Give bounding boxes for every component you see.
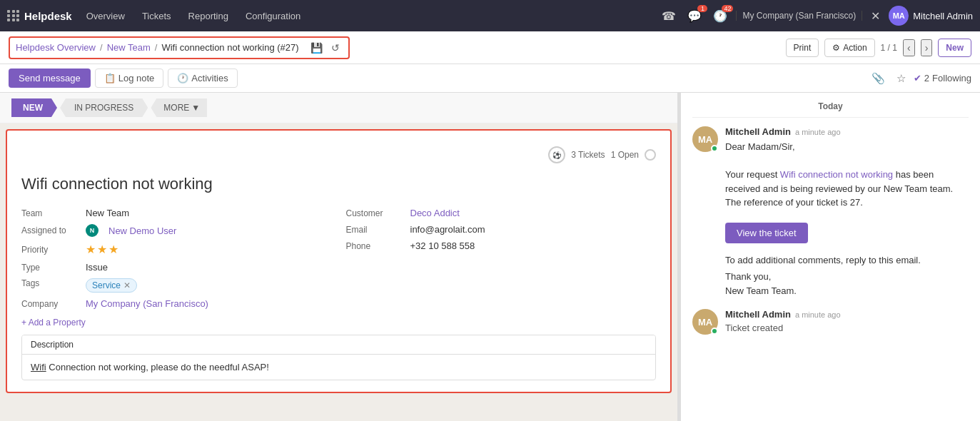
desc-text: Wifi Connection not working, please do t… [31, 362, 269, 372]
ticket-ball-icon: ⚽ [548, 146, 565, 163]
breadcrumb-home[interactable]: Helpdesk Overview [16, 42, 96, 53]
log-note-label: Log note [118, 73, 155, 83]
record-counter: 1 / 1 [881, 43, 897, 53]
user-menu[interactable]: MA Mitchell Admin [889, 6, 973, 26]
tag-service[interactable]: Service ✕ [86, 278, 137, 293]
followers-count: 2 [924, 73, 929, 83]
prev-record-btn[interactable]: ‹ [903, 39, 915, 56]
description-tab-header[interactable]: Description [22, 335, 655, 355]
following-label: Following [932, 73, 971, 83]
followers-button[interactable]: ✔ 2 Following [914, 73, 971, 83]
tickets-summary: ⚽ 3 Tickets 1 Open [21, 142, 656, 168]
activities-label: Activities [191, 73, 228, 83]
phone-icon-btn[interactable]: ☎ [659, 6, 679, 26]
open-count: 1 Open [611, 150, 639, 160]
more-label: MORE [163, 103, 189, 113]
log-item-1: MA Mitchell Admin a minute ago Ticket cr… [692, 309, 969, 335]
tickets-count: 3 Tickets [571, 150, 605, 160]
nav-reporting[interactable]: Reporting [181, 6, 236, 26]
action-button[interactable]: ⚙ Action [824, 39, 874, 57]
company-value[interactable]: My Company (San Francisco) [86, 298, 208, 309]
assigned-value[interactable]: New Demo User [108, 225, 176, 236]
status-in-progress[interactable]: IN PROGRESS [60, 98, 148, 117]
app-logo[interactable]: Helpdesk [7, 10, 72, 22]
customer-field: Customer Deco Addict [346, 208, 657, 218]
user-avatar: MA [889, 6, 909, 26]
save-icon[interactable]: 💾 [308, 41, 325, 55]
star-icon[interactable]: ☆ [893, 70, 909, 87]
breadcrumb-box: Helpdesk Overview / New Team / Wifi conn… [9, 36, 350, 59]
tag-remove-icon[interactable]: ✕ [123, 280, 131, 290]
field-group-left: Team New Team Assigned to N New Demo Use… [21, 208, 332, 309]
online-indicator [711, 145, 718, 152]
msg-body-before: Your request [725, 169, 780, 180]
chat-icon-btn[interactable]: 💬 1 [685, 6, 704, 26]
type-label: Type [21, 263, 79, 273]
clock-icon-btn[interactable]: 🕐 42 [710, 6, 730, 26]
action-toolbar: Send message 📋 Log note 🕐 Activities 📎 ☆… [0, 64, 980, 93]
message-item-1: MA Mitchell Admin a minute ago Dear Mada… [692, 126, 969, 298]
add-property-btn[interactable]: + Add a Property [21, 318, 656, 328]
msg-body-link[interactable]: Wifi connection not working [780, 169, 893, 180]
star-3[interactable]: ★ [108, 243, 118, 256]
log-header: Mitchell Admin a minute ago [725, 309, 841, 320]
msg-body-1: Mitchell Admin a minute ago Dear Madam/S… [725, 126, 969, 298]
customer-label: Customer [346, 208, 403, 218]
attachment-icon[interactable]: 📎 [868, 70, 889, 87]
left-panel: NEW IN PROGRESS MORE ▼ ⚽ 3 Tickets 1 Ope… [0, 93, 677, 421]
next-record-btn[interactable]: › [921, 39, 933, 56]
team-value[interactable]: New Team [86, 208, 129, 218]
app-name: Helpdesk [24, 10, 72, 22]
breadcrumb-right: Print ⚙ Action 1 / 1 ‹ › New [786, 39, 971, 57]
phone-label: Phone [346, 241, 403, 251]
toolbar-icons: 📎 ☆ ✔ 2 Following [868, 70, 971, 87]
undo-icon[interactable]: ↺ [328, 41, 343, 55]
star-2[interactable]: ★ [97, 243, 107, 256]
tag-value: Service [92, 280, 121, 290]
type-value[interactable]: Issue [86, 262, 108, 273]
status-new[interactable]: NEW [11, 98, 57, 117]
activities-icon: 🕐 [177, 73, 188, 83]
log-avatar: MA [692, 309, 718, 335]
email-field-row: Email info@agrolait.com [346, 224, 657, 235]
view-ticket-button[interactable]: View the ticket [725, 223, 808, 243]
priority-field: Priority ★ ★ ★ [21, 243, 332, 256]
msg-time-1: a minute ago [795, 128, 841, 136]
team-field: Team New Team [21, 208, 332, 218]
nav-tickets[interactable]: Tickets [135, 6, 178, 26]
settings-icon-btn[interactable]: ✕ [868, 6, 883, 26]
phone-value[interactable]: +32 10 588 558 [410, 240, 475, 251]
nav-right-section: ☎ 💬 1 🕐 42 My Company (San Francisco) ✕ … [659, 6, 973, 26]
msg-footer2: Thank you, [725, 270, 969, 284]
log-online-indicator [711, 328, 718, 335]
radio-button[interactable] [645, 149, 656, 161]
msg-footer3: New Team Team. [725, 284, 969, 298]
activities-button[interactable]: 🕐 Activities [168, 69, 237, 88]
log-note-button[interactable]: 📋 Log note [95, 69, 164, 88]
status-bar: NEW IN PROGRESS MORE ▼ [0, 93, 677, 123]
breadcrumb-team[interactable]: New Team [107, 42, 151, 53]
assigned-label: Assigned to [21, 225, 79, 235]
priority-stars[interactable]: ★ ★ ★ [86, 243, 118, 256]
more-status-btn[interactable]: MORE ▼ [151, 98, 207, 117]
star-1[interactable]: ★ [86, 243, 96, 256]
ticket-title: Wifi connection not working [21, 175, 656, 193]
msg-header-1: Mitchell Admin a minute ago [725, 126, 969, 137]
email-value[interactable]: info@agrolait.com [410, 224, 485, 235]
grid-icon [7, 10, 20, 21]
company-name: My Company (San Francisco) [736, 11, 862, 21]
print-button[interactable]: Print [786, 39, 819, 57]
msg-author-1: Mitchell Admin [725, 126, 791, 137]
priority-label: Priority [21, 245, 79, 255]
new-button[interactable]: New [938, 39, 971, 57]
msg-footer1: To add additional comments, reply to thi… [725, 253, 969, 268]
company-label: Company [21, 299, 79, 309]
customer-value[interactable]: Deco Addict [410, 208, 460, 218]
chevron-down-icon: ▼ [191, 103, 200, 113]
fields-grid: Team New Team Assigned to N New Demo Use… [21, 208, 656, 309]
nav-configuration[interactable]: Configuration [238, 6, 308, 26]
breadcrumb-bar: Helpdesk Overview / New Team / Wifi conn… [0, 31, 980, 64]
send-message-button[interactable]: Send message [9, 69, 91, 88]
nav-overview[interactable]: Overview [79, 6, 132, 26]
ticket-card: ⚽ 3 Tickets 1 Open Wifi connection not w… [6, 129, 672, 393]
